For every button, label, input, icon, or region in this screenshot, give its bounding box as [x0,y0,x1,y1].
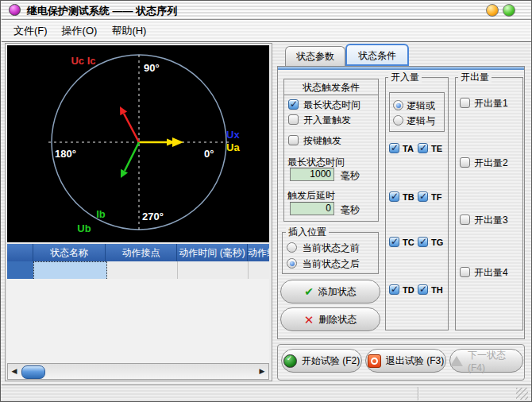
exit-test-label: 退出试验 (F3) [386,354,444,368]
start-test-label: 开始试验 (F2) [302,354,360,368]
add-state-button[interactable]: ✔ 添加状态 [280,280,380,303]
insert-before-label: 当前状态之前 [303,242,360,253]
tb-label: TB [403,191,414,203]
max-state-time-checkbox-label: 最长状态时间 [303,99,360,110]
table-row [7,261,269,279]
tg-checkbox[interactable] [418,237,428,247]
tc-checkbox[interactable] [389,237,399,247]
title-bar: 继电保护测试系统 —— 状态序列 [2,1,531,20]
max-time-unit: 毫秒 [341,170,360,181]
status-bar-divider [418,387,418,400]
insert-after-label: 当前状态之后 [303,258,360,269]
delete-state-button[interactable]: ✕ 删除状态 [280,307,380,331]
input-trigger-checkbox-label: 开入量触发 [303,114,351,126]
tb-checkbox[interactable] [389,191,399,202]
tab-state-conditions[interactable]: 状态条件 [345,44,409,66]
next-state-label: 下一状态 (F4) [468,349,522,373]
output4-checkbox[interactable] [460,267,470,277]
th-label: TH [431,284,443,296]
max-time-input[interactable]: 1000 [290,168,334,181]
cell-time[interactable] [177,261,249,279]
binary-output-box [455,77,523,330]
selected-cell-state-name[interactable] [33,261,107,279]
output1-checkbox[interactable] [460,98,470,108]
logic-or-radio[interactable] [393,100,403,110]
red-x-icon: ✕ [304,314,314,326]
logic-or-label: 逻辑或 [407,100,435,111]
scroll-right-icon[interactable]: ▶ [256,364,268,379]
binary-output-title: 开出量 [458,72,492,83]
logic-and-radio[interactable] [393,115,403,126]
tg-label: TG [431,237,443,248]
close-button[interactable] [503,4,515,17]
phasor-label-ucic: Uc Ic [71,55,95,67]
logic-and-label: 逻辑与 [407,115,435,126]
ta-checkbox[interactable] [389,143,399,153]
app-window: 继电保护测试系统 —— 状态序列 文件(F) 操作(O) 帮助(H) Uc Ic [0,0,532,402]
td-checkbox[interactable] [389,284,399,295]
tc-label: TC [403,237,414,248]
th-checkbox[interactable] [418,284,428,295]
phasor-label-ub: Ub [77,222,91,234]
max-time-field-label: 最长状态时间 [287,157,345,168]
insert-before-radio[interactable] [287,242,297,253]
max-state-time-checkbox[interactable] [288,99,299,110]
phasor-label-ua: Ua [226,141,240,153]
td-label: TD [403,284,414,296]
output4-label: 开出量4 [474,267,508,278]
stop-icon [368,354,381,368]
phasor-label-ib: Ib [96,208,106,220]
table-header-result: 动作结果 [248,244,269,261]
panel-top-band [278,67,524,70]
start-test-button[interactable]: 开始试验 (F2) [281,349,362,373]
output2-checkbox[interactable] [460,157,470,168]
table-header-time: 动作时间 (毫秒) [177,244,248,261]
te-checkbox[interactable] [418,143,428,153]
row-header-cell[interactable] [7,261,34,279]
exit-test-button[interactable]: 退出试验 (F3) [365,349,446,373]
phasor-angle-0: 0° [204,148,214,160]
insert-after-radio[interactable] [287,258,297,269]
cell-result[interactable] [248,261,269,279]
delay-input[interactable]: 0 [290,202,334,215]
phasor-angle-270: 270° [142,211,164,222]
te-label: TE [431,143,442,154]
tf-label: TF [431,191,441,203]
phasor-angle-90: 90° [144,62,160,74]
output2-label: 开出量2 [474,157,508,168]
add-state-button-label: 添加状态 [318,285,357,299]
start-icon [283,354,297,368]
menu-operate[interactable]: 操作(O) [55,21,105,41]
table-header-index [7,244,33,261]
input-trigger-checkbox[interactable] [288,114,299,125]
scroll-left-icon[interactable]: ◀ [8,364,21,379]
table-header-state-name: 状态名称 [33,244,106,261]
cell-contact[interactable] [106,261,178,279]
next-state-button: 下一状态 (F4) [449,349,523,373]
output3-checkbox[interactable] [460,215,470,225]
horizontal-scrollbar[interactable]: ◀ ▶ [7,363,269,380]
window-title: 继电保护测试系统 —— 状态序列 [27,4,177,18]
key-trigger-checkbox[interactable] [288,135,299,145]
scrollbar-thumb[interactable] [21,365,45,379]
key-trigger-checkbox-label: 按键触发 [303,135,341,146]
output3-label: 开出量3 [474,215,508,226]
phasor-label-ux: Ux [226,129,240,141]
delete-state-button-label: 删除状态 [318,313,357,327]
output1-label: 开出量1 [474,98,508,109]
menu-file[interactable]: 文件(F) [6,21,55,41]
table-header-row: 状态名称 动作接点 动作时间 (毫秒) 动作结果 [7,244,269,261]
insert-group-title: 插入位置 [286,227,329,238]
next-state-icon [450,356,463,366]
minimize-button[interactable] [486,4,499,17]
delay-unit: 毫秒 [341,204,360,215]
tab-state-params[interactable]: 状态参数 [285,46,345,66]
tf-checkbox[interactable] [418,191,428,202]
delay-field-label: 触发后延时 [287,190,335,201]
phasor-diagram: Uc Ic 90° 180° 0° 270° Ux Ua Ib Ub [7,45,269,242]
menu-help[interactable]: 帮助(H) [104,21,153,41]
binary-input-title: 开入量 [388,72,422,83]
resize-grip[interactable] [516,388,528,400]
ta-label: TA [403,143,414,154]
status-bar [2,385,531,401]
